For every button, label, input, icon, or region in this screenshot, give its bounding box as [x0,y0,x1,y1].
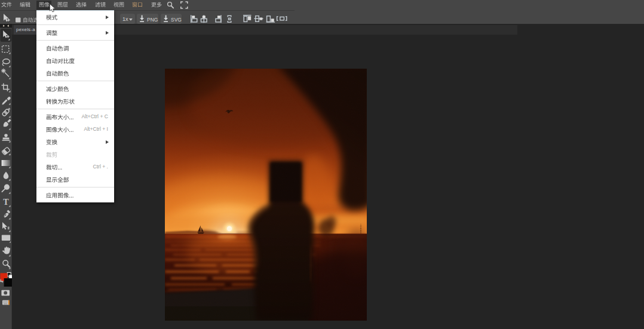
svg-text:PNG: PNG [147,17,158,23]
svg-text:SVG: SVG [171,17,182,23]
svg-text:T: T [3,198,9,207]
